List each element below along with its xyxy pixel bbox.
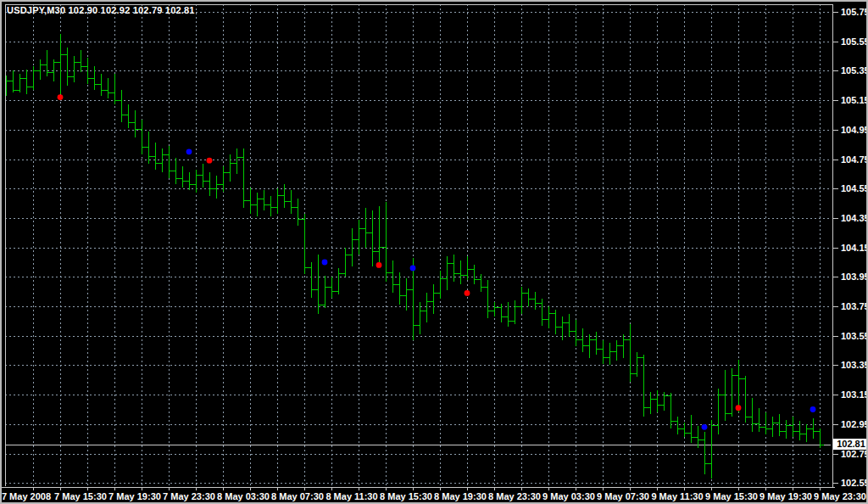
time-axis-label: 9 May 23:30: [804, 491, 868, 501]
blue-signal-dot: [410, 266, 416, 272]
blue-signal-dot: [702, 424, 708, 430]
blue-signal-dot: [186, 148, 192, 154]
red-signal-dot: [58, 94, 64, 100]
chart-frame: [2, 4, 838, 490]
price-axis-label: 104.95: [841, 125, 868, 135]
red-signal-dot: [736, 405, 742, 411]
price-axis-label: 104.15: [841, 243, 868, 253]
current-price-value: 102.81: [837, 439, 865, 449]
price-axis-label: 103.95: [841, 272, 868, 282]
price-axis-label: 105.75: [841, 7, 868, 17]
red-signal-dot: [465, 290, 470, 296]
chart-window: USDJPY,M30 102.90 102.92 102.79 102.81 1…: [0, 0, 868, 504]
price-axis-label: 103.75: [841, 301, 868, 311]
blue-signal-dot: [322, 260, 328, 266]
chart-title: USDJPY,M30 102.90 102.92 102.79 102.81: [7, 5, 195, 15]
price-axis-label: 105.15: [841, 95, 868, 105]
red-signal-dot: [207, 158, 213, 164]
price-axis-label: 104.35: [841, 213, 868, 223]
price-axis-label: 103.55: [841, 331, 868, 341]
grid-lines: [5, 4, 831, 486]
signal-dots: [58, 94, 816, 430]
red-signal-dot: [376, 262, 382, 268]
price-axis-label: 102.75: [841, 449, 868, 459]
price-axis-label: 105.35: [841, 65, 868, 76]
price-chart-canvas[interactable]: [2, 2, 868, 504]
blue-signal-dot: [810, 406, 816, 412]
price-axis-label: 103.35: [841, 360, 868, 370]
price-axis-label: 103.15: [841, 389, 868, 400]
price-axis-label: 104.75: [841, 154, 868, 165]
price-axis-label: 102.95: [841, 419, 868, 429]
price-axis-label: 105.55: [841, 36, 868, 47]
plot-area[interactable]: [3, 4, 832, 486]
price-axis-label: 104.55: [841, 183, 868, 193]
current-price-flag: 102.81: [833, 439, 868, 450]
price-axis-label: 102.55: [841, 478, 868, 488]
